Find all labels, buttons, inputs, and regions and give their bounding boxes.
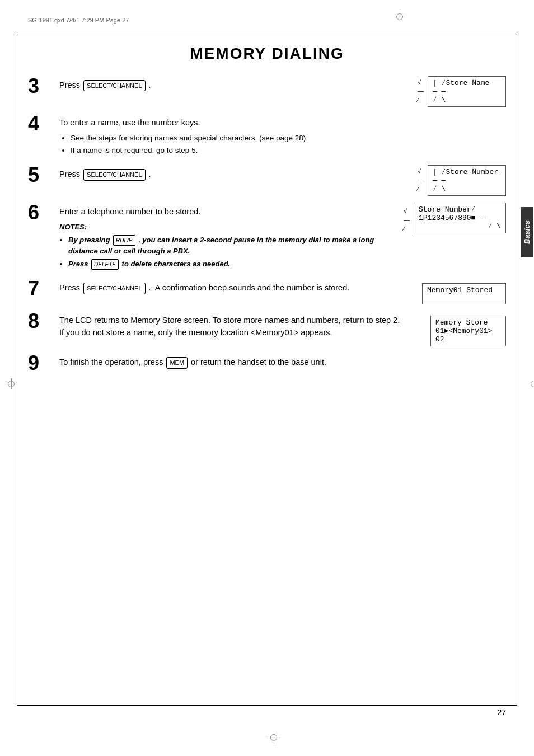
step-7-text: Press SELECT/CHANNEL . A confirmation be… xyxy=(59,282,411,294)
lcd-3-line2: — — xyxy=(433,87,501,96)
step-3-left: 3 Press SELECT/CHANNEL . xyxy=(28,76,416,96)
page-number: 27 xyxy=(497,708,506,717)
lcd-3-screen: | ∕Store Name — — ∕ \ xyxy=(428,76,506,107)
lcd-5-arrows: √ — ∕ xyxy=(418,167,424,193)
step-6-number: 6 xyxy=(28,203,56,223)
step-3-number: 3 xyxy=(28,76,56,96)
border-left xyxy=(17,34,17,706)
step-9: 9 To finish the operation, press MEM or … xyxy=(28,353,506,373)
lcd-6-line3: ∕ \ xyxy=(419,222,501,231)
key-rdlp: RDL/P xyxy=(113,235,135,246)
step-6-note-1: By pressing RDL/P , you can insert a 2-s… xyxy=(68,234,402,257)
step-8-content: The LCD returns to Memory Store screen. … xyxy=(59,311,419,339)
step-8-lcd: Memory Store 01►<Memory01> 02 xyxy=(430,311,506,346)
step-4-bullet-1: See the steps for storing names and spec… xyxy=(71,133,506,144)
lcd-5-line1: | ∕Store Number xyxy=(433,168,501,176)
basics-tab: Basics xyxy=(521,207,533,257)
step-6-main: Enter a telephone number to be stored. N… xyxy=(59,203,402,272)
main-content: MEMORY DIALING 3 Press SELECT/CHANNEL . … xyxy=(28,39,506,700)
step-4-bullets: See the steps for storing names and spec… xyxy=(71,133,506,157)
key-select-channel-3: SELECT/CHANNEL xyxy=(83,80,145,92)
lcd-5-screen: | ∕Store Number — — ∕ \ xyxy=(428,165,506,196)
lcd-6-wrapper: √ — ∕ Store Number∕ 1P1234567890■ — ∕ \ xyxy=(414,203,506,233)
border-top xyxy=(17,34,517,34)
step-5-content: Press SELECT/CHANNEL . xyxy=(59,165,416,181)
step-8-left: 8 The LCD returns to Memory Store screen… xyxy=(28,311,419,339)
lcd-7-line1: Memory01 Stored xyxy=(427,286,501,294)
step-9-content: To finish the operation, press MEM or re… xyxy=(59,353,506,369)
step-3-lcd: √ — ∕ | ∕Store Name — — ∕ \ xyxy=(428,76,506,107)
key-select-channel-7: SELECT/CHANNEL xyxy=(83,283,145,294)
step-6: 6 Enter a telephone number to be stored.… xyxy=(28,203,506,272)
step-6-header: 6 Enter a telephone number to be stored.… xyxy=(28,203,402,272)
step-4: 4 To enter a name, use the number keys. … xyxy=(28,114,506,157)
step-7-content: Press SELECT/CHANNEL . A confirmation be… xyxy=(59,279,411,294)
lcd-6-arrows: √ — ∕ xyxy=(404,207,410,233)
step-5: 5 Press SELECT/CHANNEL . √ — ∕ | ∕Store … xyxy=(28,165,506,196)
lcd-3-line3: ∕ \ xyxy=(433,96,501,104)
lcd-6-line2: 1P1234567890■ — xyxy=(419,214,501,222)
lcd-6-line1: Store Number∕ xyxy=(419,205,501,214)
step-8: 8 The LCD returns to Memory Store screen… xyxy=(28,311,506,346)
step-6-lcd: √ — ∕ Store Number∕ 1P1234567890■ — ∕ \ xyxy=(414,203,506,233)
notes-label: NOTES: xyxy=(59,222,402,233)
lcd-3-wrapper: √ — ∕ | ∕Store Name — — ∕ \ xyxy=(428,76,506,107)
step-4-number: 4 xyxy=(28,114,56,134)
step-9-text: To finish the operation, press MEM or re… xyxy=(59,356,506,369)
step-7-left: 7 Press SELECT/CHANNEL . A confirmation … xyxy=(28,279,411,299)
lcd-5-line3: ∕ \ xyxy=(433,185,501,193)
key-mem: MEM xyxy=(166,357,188,369)
step-3-text: Press SELECT/CHANNEL . xyxy=(59,79,416,92)
lcd-8-line3: 02 xyxy=(435,335,501,344)
lcd-3-line1: | ∕Store Name xyxy=(433,79,501,87)
step-7-number: 7 xyxy=(28,279,56,299)
lcd-6-screen: Store Number∕ 1P1234567890■ — ∕ \ xyxy=(414,203,506,233)
lcd-7-screen: Memory01 Stored xyxy=(422,283,506,304)
key-delete: DELETE xyxy=(91,259,119,270)
border-right xyxy=(517,34,517,706)
lcd-5-wrapper: √ — ∕ | ∕Store Number — — ∕ \ xyxy=(428,165,506,196)
key-select-channel-5: SELECT/CHANNEL xyxy=(83,169,145,181)
lcd-8-line1: Memory Store xyxy=(435,318,501,327)
step-5-number: 5 xyxy=(28,165,56,185)
step-7: 7 Press SELECT/CHANNEL . A confirmation … xyxy=(28,279,506,304)
lcd-8-line2: 01►<Memory01> xyxy=(435,327,501,335)
step-7-lcd: Memory01 Stored xyxy=(422,279,506,304)
step-8-number: 8 xyxy=(28,311,56,331)
step-5-left: 5 Press SELECT/CHANNEL . xyxy=(28,165,416,185)
page-title: MEMORY DIALING xyxy=(28,39,506,63)
step-3-content: Press SELECT/CHANNEL . xyxy=(59,76,416,92)
step-6-text: Enter a telephone number to be stored. xyxy=(59,206,402,218)
lcd-3-arrows: √ — ∕ xyxy=(418,78,424,104)
step-6-note-2: Press DELETE to delete characters as nee… xyxy=(68,259,402,270)
step-4-content: To enter a name, use the number keys. Se… xyxy=(59,114,506,157)
step-4-bullet-2: If a name is not required, go to step 5. xyxy=(71,145,506,156)
step-3: 3 Press SELECT/CHANNEL . √ — ∕ | ∕Store … xyxy=(28,76,506,107)
header-meta: SG-1991.qxd 7/4/1 7:29 PM Page 27 xyxy=(28,17,129,24)
step-6-left: 6 Enter a telephone number to be stored.… xyxy=(28,203,402,272)
step-5-lcd: √ — ∕ | ∕Store Number — — ∕ \ xyxy=(428,165,506,196)
step-8-text: The LCD returns to Memory Store screen. … xyxy=(59,314,419,339)
step-5-text: Press SELECT/CHANNEL . xyxy=(59,168,416,181)
step-9-number: 9 xyxy=(28,353,56,373)
step-4-text: To enter a name, use the number keys. xyxy=(59,117,506,129)
lcd-8-screen: Memory Store 01►<Memory01> 02 xyxy=(430,316,506,346)
border-bottom xyxy=(17,705,517,706)
lcd-5-line2: — — xyxy=(433,176,501,185)
step-6-notes: By pressing RDL/P , you can insert a 2-s… xyxy=(68,234,402,270)
